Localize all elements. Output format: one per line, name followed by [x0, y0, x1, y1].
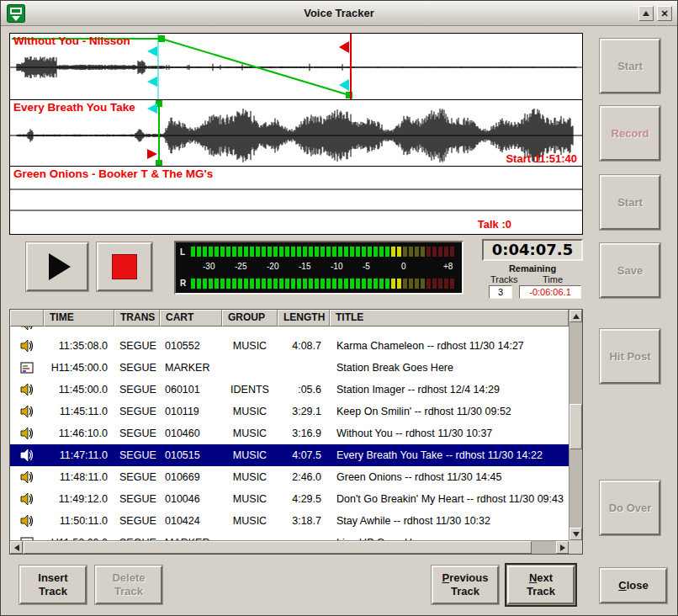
horizontal-scrollbar[interactable]	[10, 540, 569, 554]
header-trans[interactable]: TRANS	[114, 310, 160, 327]
track-panels: Without You - Nilsson Every Breath You T…	[9, 33, 583, 235]
cell-cart: 010424	[160, 515, 222, 527]
hscroll-thumb[interactable]	[24, 541, 532, 554]
log-row[interactable]: 11:48:11.0SEGUE010669MUSIC2:46.0Green On…	[10, 466, 569, 488]
header-title[interactable]: TITLE	[330, 310, 569, 327]
vertical-scrollbar[interactable]	[569, 310, 582, 540]
cell-trans: SEGUE	[114, 384, 160, 396]
remaining-tracks-value: 3	[489, 285, 512, 299]
log-row[interactable]: H11:45:00.0SEGUEMARKERStation Break Goes…	[10, 357, 569, 379]
cell-length: 3:16.9	[278, 427, 330, 439]
log-row[interactable]: 11:45:00.0SEGUE060101IDENTS:05.6Station …	[10, 379, 569, 401]
log-row[interactable]: 11:50:11.0SEGUE010424MUSIC3:18.7Stay Awh…	[10, 510, 569, 532]
close-window-icon[interactable]: ✕	[657, 6, 672, 21]
cell-trans: SEGUE	[114, 362, 160, 374]
speaker-icon	[10, 449, 44, 462]
cell-trans: SEGUE	[114, 427, 160, 439]
marker-icon	[10, 361, 44, 374]
voice-tracker-window: Voice Tracker ✕ Without You - Nilsson	[0, 0, 678, 616]
speaker-icon	[10, 327, 44, 331]
track1-title: Without You - Nilsson	[13, 35, 130, 47]
insert-track-button[interactable]: Insert Track	[19, 566, 87, 604]
start-button-1[interactable]: Start	[600, 39, 660, 93]
vscroll-thumb[interactable]	[569, 404, 582, 449]
log-row-selected[interactable]: 11:47:11.0SEGUE010515MUSIC4:07.5Every Br…	[10, 444, 569, 466]
header-icon-col[interactable]	[10, 310, 44, 327]
log-row[interactable]: 11:35:08.0SEGUE010552MUSIC4:08.7Karma Ch…	[10, 335, 569, 357]
cell-cart: 010552	[160, 340, 222, 352]
talk-marker	[147, 104, 157, 114]
log-row[interactable]	[10, 327, 569, 335]
record-button[interactable]: Record	[600, 106, 660, 161]
start-button-2[interactable]: Start	[600, 175, 660, 230]
talk-start-marker	[147, 46, 157, 56]
button-label: Save	[617, 264, 643, 278]
cell-title: Keep On Smilin' -- rdhost 11/30 09:52	[330, 406, 569, 417]
log-row[interactable]: H11:52:00.0SEGUEMARKERLine UP Goes Here	[10, 532, 569, 540]
cell-time: H11:45:00.0	[44, 362, 114, 374]
remaining-panel: Remaining Tracks Time 3 -0:06:06.1	[482, 263, 583, 300]
cell-time: 11:47:11.0	[44, 449, 114, 461]
delete-track-button[interactable]: Delete Track	[95, 566, 162, 604]
scroll-right-button[interactable]	[556, 541, 569, 554]
next-track-button[interactable]: Next Track	[507, 566, 575, 604]
scroll-left-button[interactable]	[10, 541, 23, 554]
remaining-tracks-label: Tracks	[490, 274, 518, 284]
window-title: Voice Tracker	[1, 7, 677, 19]
talk-end-marker	[147, 77, 157, 87]
log-list: TIME TRANS CART GROUP LENGTH TITLE 11:35…	[9, 309, 583, 555]
cell-time: 11:35:08.0	[44, 340, 114, 352]
header-time[interactable]: TIME	[44, 310, 114, 327]
speaker-icon	[10, 405, 44, 418]
hit-post-button[interactable]: Hit Post	[600, 329, 660, 384]
cell-cart: 010460	[160, 427, 222, 439]
cell-title: Don't Go Breakin' My Heart -- rdhost 11/…	[330, 493, 569, 505]
close-button[interactable]: Close	[600, 568, 667, 603]
stop-icon	[112, 254, 137, 279]
end-marker	[339, 41, 349, 53]
track-panel-1[interactable]: Without You - Nilsson	[10, 34, 582, 100]
cell-length: 4:08.7	[278, 340, 330, 352]
titlebar[interactable]: Voice Tracker ✕	[1, 1, 677, 26]
cell-length: 3:18.7	[278, 515, 330, 527]
cell-trans: SEGUE	[114, 340, 160, 352]
cell-title: Green Onions -- rdhost 11/30 14:45	[330, 471, 569, 483]
speaker-icon	[10, 427, 44, 440]
log-row[interactable]: 11:46:10.0SEGUE010460MUSIC3:16.9Without …	[10, 422, 569, 444]
header-length[interactable]: LENGTH	[278, 310, 330, 327]
cell-group: MUSIC	[222, 493, 278, 505]
cell-group: MUSIC	[222, 340, 278, 352]
do-over-button[interactable]: Do Over	[600, 481, 660, 535]
shade-window-icon[interactable]	[638, 6, 654, 21]
button-label: Track	[114, 585, 143, 598]
header-cart[interactable]: CART	[160, 310, 222, 327]
play-button[interactable]	[26, 242, 88, 291]
button-label: Next	[529, 571, 553, 585]
meter-left-bar	[191, 247, 454, 257]
button-label: Start	[617, 60, 643, 73]
previous-track-button[interactable]: Previous Track	[432, 566, 499, 604]
cell-time: 11:46:10.0	[44, 427, 114, 439]
cell-title: Station Imager -- rdhost 12/4 14:29	[330, 384, 569, 396]
cell-group: MUSIC	[222, 515, 278, 527]
header-group[interactable]: GROUP	[222, 310, 278, 327]
track-panel-3[interactable]: Green Onions - Booker T & The MG's Talk …	[10, 167, 582, 234]
track-panel-2[interactable]: Every Breath You Take Start 11:51:40	[10, 100, 582, 167]
save-button[interactable]: Save	[600, 243, 660, 298]
remaining-time-value: -0:06:06.1	[519, 285, 581, 299]
cell-cart: 060101	[160, 384, 222, 396]
cell-cart: 010119	[160, 406, 222, 417]
track3-title: Green Onions - Booker T & The MG's	[13, 167, 213, 180]
button-label: Previous	[442, 571, 489, 585]
log-row[interactable]: 11:49:12.0SEGUE010046MUSIC4:29.5Don't Go…	[10, 488, 569, 510]
start-handle	[156, 160, 162, 167]
button-label: Close	[618, 579, 648, 592]
log-row[interactable]: 11:45:11.0SEGUE010119MUSIC3:29.1Keep On …	[10, 401, 569, 422]
scroll-up-button[interactable]	[569, 310, 582, 322]
cell-group: MUSIC	[222, 406, 278, 417]
cell-trans: SEGUE	[114, 449, 160, 461]
stop-button[interactable]	[97, 242, 152, 291]
scroll-down-button[interactable]	[569, 528, 582, 540]
cell-length: 4:07.5	[278, 449, 330, 461]
cell-trans: SEGUE	[114, 471, 160, 483]
